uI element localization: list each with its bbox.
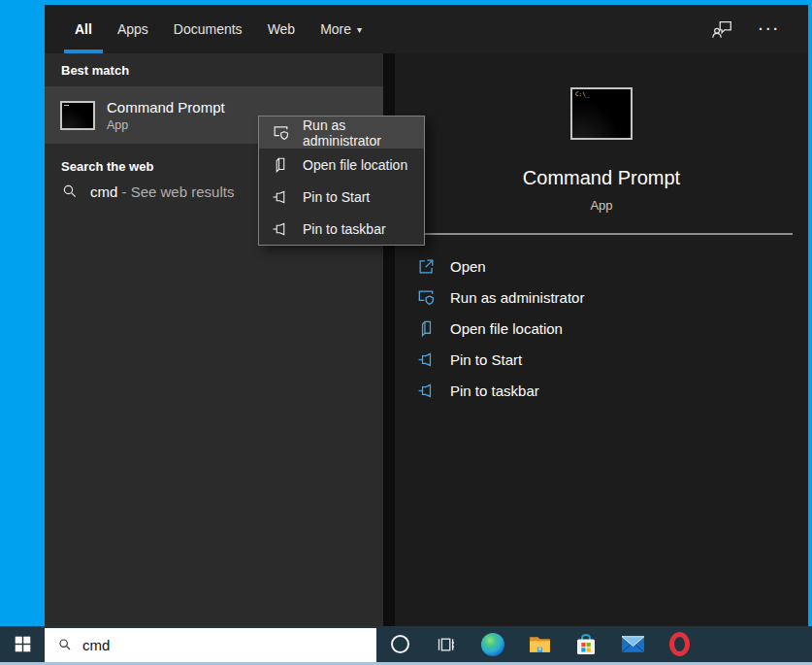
start-button[interactable]: [0, 626, 45, 662]
action-run-as-administrator[interactable]: Run as administrator: [395, 282, 808, 313]
tab-more[interactable]: More ▾: [320, 5, 362, 53]
mail-icon: [621, 634, 645, 654]
file-explorer-icon: [528, 632, 552, 656]
tab-documents-label: Documents: [174, 21, 243, 37]
action-label: Pin to taskbar: [450, 382, 539, 399]
windows-search-flyout-screen: All Apps Documents Web More ▾: [0, 0, 812, 665]
taskbar-item-cortana[interactable]: [376, 626, 423, 662]
microsoft-store-icon: [574, 633, 598, 656]
preview-title: Command Prompt: [523, 167, 680, 189]
taskbar-item-microsoft-store[interactable]: [563, 626, 609, 662]
run-as-administrator-icon: [271, 123, 290, 143]
more-options-icon[interactable]: ···: [759, 24, 781, 34]
search-filter-tabs: All Apps Documents Web More ▾: [45, 5, 808, 53]
context-menu-label: Pin to Start: [303, 189, 370, 205]
tab-web[interactable]: Web: [268, 5, 296, 53]
taskbar-item-file-explorer[interactable]: [516, 626, 563, 662]
pin-icon: [271, 187, 290, 207]
taskbar-item-opera[interactable]: [656, 626, 702, 662]
web-query-text: cmd: [90, 183, 117, 200]
taskbar-search-value: cmd: [82, 637, 110, 653]
tab-documents[interactable]: Documents: [174, 5, 243, 53]
result-title: Command Prompt: [107, 99, 225, 116]
preview-divider: [410, 233, 793, 235]
tab-apps[interactable]: Apps: [117, 5, 148, 53]
action-label: Pin to Start: [450, 351, 522, 368]
taskbar: cmd: [0, 626, 812, 662]
action-pin-to-start[interactable]: Pin to Start: [395, 344, 808, 375]
best-match-heading: Best match: [61, 63, 383, 78]
context-menu-item-open-file-location[interactable]: Open file location: [259, 149, 424, 181]
search-icon: [61, 183, 79, 200]
pin-icon: [416, 349, 436, 369]
taskbar-item-task-view[interactable]: [423, 626, 470, 662]
action-label: Run as administrator: [450, 289, 584, 306]
tab-web-label: Web: [268, 21, 296, 37]
pin-icon: [416, 381, 436, 400]
taskbar-search-box[interactable]: cmd: [45, 628, 376, 662]
opera-browser-icon: [669, 632, 690, 656]
action-open[interactable]: Open: [395, 250, 808, 282]
action-open-file-location[interactable]: Open file location: [395, 313, 808, 344]
taskbar-item-edge[interactable]: [470, 626, 516, 662]
pin-icon: [271, 219, 290, 239]
open-icon: [416, 256, 436, 276]
tab-all[interactable]: All: [75, 5, 92, 53]
command-prompt-icon-large: C:\_: [570, 87, 633, 140]
action-label: Open file location: [450, 320, 563, 337]
preview-panel: C:\_ Command Prompt App Open: [395, 53, 808, 626]
search-results-area: Best match Command Prompt App Search the…: [45, 53, 808, 626]
preview-actions: Open Run as administrator: [395, 250, 808, 406]
context-menu-label: Run as administrator: [303, 117, 424, 149]
context-menu-label: Pin to taskbar: [303, 221, 386, 237]
preview-subtitle: App: [590, 198, 612, 213]
cortana-icon: [391, 635, 409, 653]
tab-all-label: All: [75, 21, 92, 37]
edge-browser-icon: [481, 633, 504, 656]
context-menu: Run as administrator Open file location …: [258, 116, 425, 246]
search-flyout: All Apps Documents Web More ▾: [45, 5, 808, 626]
context-menu-item-pin-to-taskbar[interactable]: Pin to taskbar: [259, 213, 424, 245]
result-subtitle: App: [107, 118, 225, 132]
feedback-icon[interactable]: [712, 18, 733, 40]
taskbar-item-mail[interactable]: [609, 626, 656, 662]
open-file-location-icon: [416, 318, 436, 338]
chevron-down-icon: ▾: [357, 24, 362, 35]
command-prompt-icon: [60, 101, 95, 130]
task-view-icon: [437, 635, 456, 654]
context-menu-item-run-as-administrator[interactable]: Run as administrator: [259, 116, 424, 149]
context-menu-item-pin-to-start[interactable]: Pin to Start: [259, 181, 424, 213]
action-label: Open: [450, 258, 486, 275]
tab-more-label: More: [320, 21, 351, 37]
search-icon: [57, 637, 73, 652]
action-pin-to-taskbar[interactable]: Pin to taskbar: [395, 375, 808, 406]
run-as-administrator-icon: [416, 287, 436, 307]
windows-logo-icon: [15, 636, 31, 652]
open-file-location-icon: [271, 155, 290, 175]
tab-apps-label: Apps: [117, 21, 148, 37]
web-result-suffix: - See web results: [122, 183, 235, 200]
context-menu-label: Open file location: [303, 157, 407, 173]
